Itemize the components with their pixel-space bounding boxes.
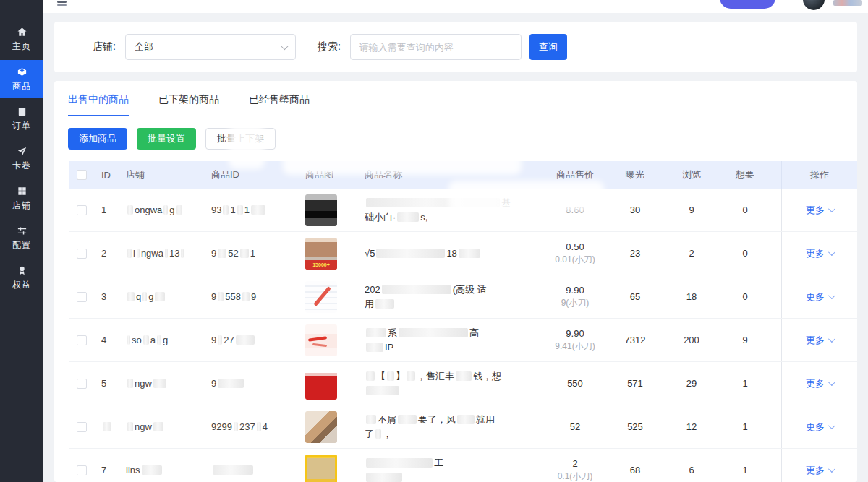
text-fragment: 要了，风 — [418, 414, 456, 425]
redaction-bar — [399, 328, 468, 337]
cell-wants: 1 — [719, 465, 771, 475]
thumbnail-band-text: 15000+ — [305, 260, 337, 270]
cell-id: 3 — [97, 291, 126, 302]
cell-product-id: 9311 — [211, 205, 305, 215]
text-fragment: 4 — [263, 421, 268, 432]
tab-1[interactable]: 已下架的商品 — [158, 81, 219, 116]
cell-product-id: 9 — [211, 378, 305, 389]
text-fragment: 52 — [228, 248, 238, 259]
text-fragment: 高 — [469, 327, 479, 338]
batch-set-button[interactable]: 批量设置 — [137, 128, 196, 150]
tab-2[interactable]: 已经售罄商品 — [249, 81, 310, 116]
text-fragment: 4 — [101, 335, 106, 345]
text-fragment: 础小白· — [365, 212, 396, 223]
cell-shop: ngw — [126, 378, 211, 389]
text-fragment: 7 — [101, 465, 106, 475]
query-button[interactable]: 查询 — [529, 34, 567, 60]
sidebar-item-config[interactable]: 配置 — [0, 219, 43, 257]
header-name: 商品名称 — [365, 168, 544, 182]
cell-product-id: 92992374 — [211, 421, 305, 432]
cell-views: 29 — [664, 378, 719, 389]
sidebar-item-goods[interactable]: 商品 — [0, 60, 43, 98]
rights-icon — [17, 265, 27, 276]
text-fragment: ，售汇丰 — [417, 371, 454, 382]
tab-0[interactable]: 出售中的商品 — [68, 81, 129, 116]
sidebar-item-label: 商品 — [12, 80, 31, 92]
more-dropdown[interactable]: 更多 — [806, 204, 833, 217]
more-dropdown[interactable]: 更多 — [806, 291, 833, 304]
sidebar-item-cards[interactable]: 卡卷 — [0, 139, 43, 178]
text-fragment: √5 — [365, 248, 375, 259]
redaction-bar — [407, 371, 415, 381]
cell-id: 7 — [97, 465, 126, 475]
text-fragment: g — [148, 291, 153, 302]
cell-wants: 1 — [719, 421, 771, 432]
row-checkbox[interactable] — [77, 205, 87, 215]
redaction-bar — [257, 422, 261, 431]
text-fragment: 1 — [230, 205, 235, 215]
text-fragment: 【 — [376, 371, 386, 382]
more-dropdown[interactable]: 更多 — [806, 464, 833, 477]
row-checkbox[interactable] — [77, 292, 87, 302]
add-product-button[interactable]: 添加商品 — [68, 128, 127, 150]
more-dropdown[interactable]: 更多 — [806, 247, 833, 260]
shop-filter-label: 店铺: — [93, 40, 116, 53]
product-thumbnail[interactable] — [305, 411, 337, 443]
product-thumbnail[interactable]: 15000+ — [305, 238, 337, 270]
cell-id: 4 — [97, 335, 126, 345]
sidebar-item-shop[interactable]: 店铺 — [0, 179, 43, 218]
redaction-bar — [142, 292, 147, 301]
text-fragment: 钱，想 — [473, 371, 501, 382]
cell-price: 9.909.41(小刀) — [544, 328, 606, 353]
sidebar-item-rights[interactable]: 权益 — [0, 259, 43, 297]
more-dropdown[interactable]: 更多 — [806, 334, 833, 347]
shop-select[interactable]: 全部 — [125, 34, 296, 60]
sidebar-item-home[interactable]: 主页 — [0, 20, 43, 59]
cell-wants: 9 — [719, 335, 771, 345]
redaction-bar — [398, 415, 417, 424]
chevron-down-icon — [828, 292, 835, 299]
text-fragment: 93 — [211, 205, 221, 215]
row-checkbox[interactable] — [77, 249, 87, 259]
product-thumbnail[interactable] — [305, 368, 337, 400]
avatar[interactable] — [803, 0, 825, 10]
row-checkbox[interactable] — [77, 335, 87, 345]
chevron-down-icon — [828, 335, 835, 343]
cell-product-name: 202(高级 适用 — [365, 283, 544, 311]
table-row: 5ngw9【】，售汇丰钱，想550571291更多 — [69, 362, 857, 405]
text-fragment: 不屑 — [378, 414, 396, 425]
text-fragment: s, — [420, 212, 427, 223]
redaction-bar — [376, 249, 445, 258]
text-fragment: 237 — [239, 421, 255, 432]
row-checkbox[interactable] — [77, 379, 87, 389]
row-checkbox[interactable] — [77, 465, 87, 475]
search-input[interactable] — [350, 34, 522, 60]
text-fragment: 用 — [365, 298, 374, 309]
text-fragment: g — [169, 205, 174, 215]
product-thumbnail[interactable] — [305, 194, 337, 226]
text-fragment: 27 — [224, 335, 234, 345]
sidebar-item-label: 权益 — [12, 279, 31, 291]
batch-updown-button[interactable]: 批量上下架 — [205, 128, 276, 150]
redaction-bar — [366, 328, 386, 337]
more-dropdown[interactable]: 更多 — [806, 377, 833, 390]
more-dropdown[interactable]: 更多 — [806, 421, 833, 434]
redaction-bar — [157, 335, 161, 345]
product-thumbnail[interactable] — [305, 281, 337, 313]
text-fragment: q — [136, 291, 141, 302]
product-thumbnail[interactable] — [305, 455, 337, 482]
toolbar: 添加商品 批量设置 批量上下架 — [68, 128, 843, 150]
row-checkbox[interactable] — [77, 422, 87, 432]
header-action: 操作 — [781, 161, 857, 189]
cell-product-id: 927 — [211, 335, 305, 345]
redaction-bar — [236, 335, 255, 345]
product-thumbnail[interactable] — [305, 324, 337, 356]
select-all-checkbox[interactable] — [77, 170, 87, 180]
table-row: 1ongwag9311基础小白·s,8.603090更多 — [69, 189, 857, 232]
topbar-primary-button[interactable] — [720, 0, 775, 9]
hamburger-menu-icon[interactable] — [57, 1, 67, 3]
text-fragment: 2 — [101, 248, 106, 259]
sidebar-item-orders[interactable]: 订单 — [0, 100, 43, 138]
cell-exposure: 571 — [606, 378, 664, 389]
text-fragment: ngw — [135, 421, 152, 432]
